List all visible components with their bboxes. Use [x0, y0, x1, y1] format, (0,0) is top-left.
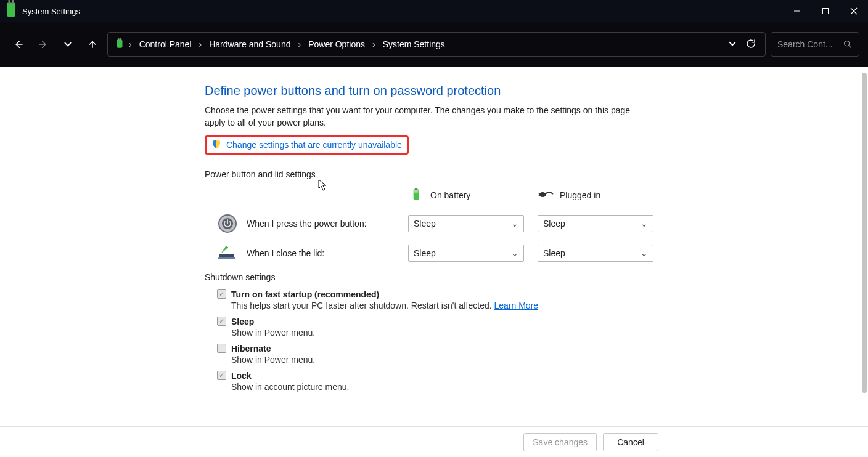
select-lid-battery[interactable]: Sleep⌄ [408, 245, 524, 262]
laptop-lid-icon [217, 243, 238, 264]
select-value: Sleep [543, 248, 565, 258]
cancel-button[interactable]: Cancel [603, 433, 658, 451]
chevron-right-icon: › [297, 39, 302, 49]
breadcrumb-item[interactable]: Control Panel [136, 37, 195, 52]
checkbox-sleep[interactable] [217, 317, 226, 326]
select-lid-plugged[interactable]: Sleep⌄ [538, 245, 653, 262]
select-power-plugged[interactable]: Sleep⌄ [538, 215, 653, 232]
section-label: Shutdown settings [205, 272, 275, 282]
address-bar[interactable]: › Control Panel › Hardware and Sound › P… [107, 32, 766, 57]
shutdown-item-lock: Lock Show in account picture menu. [217, 371, 647, 392]
content-area: Define power buttons and turn on passwor… [0, 67, 868, 426]
checkbox-hibernate[interactable] [217, 344, 226, 353]
chevron-right-icon: › [198, 39, 203, 49]
power-button-icon [217, 213, 238, 234]
section-power-button: Power button and lid settings [205, 169, 647, 179]
breadcrumb-item[interactable]: Power Options [305, 37, 369, 52]
divider [281, 277, 647, 277]
chevron-down-icon: ⌄ [511, 248, 518, 258]
item-description: Show in Power menu. [231, 328, 647, 338]
shutdown-item-hibernate: Hibernate Show in Power menu. [217, 344, 647, 365]
scrollbar[interactable] [862, 73, 867, 393]
change-unavailable-settings-link[interactable]: Change settings that are currently unava… [226, 140, 402, 150]
page-subtitle: Choose the power settings that you want … [205, 104, 636, 129]
refresh-button[interactable] [745, 38, 756, 51]
search-input[interactable]: Search Cont... [771, 32, 859, 57]
checkbox-label: Turn on fast startup (recommended) [231, 289, 379, 299]
recent-locations-button[interactable] [58, 34, 78, 54]
shutdown-item-fast-startup: Turn on fast startup (recommended) This … [217, 289, 647, 310]
svg-rect-0 [7, 3, 15, 17]
search-icon [843, 39, 853, 49]
column-label: On battery [430, 190, 470, 200]
maximize-button[interactable] [811, 0, 840, 22]
footer: Save changes Cancel [0, 426, 868, 457]
checkbox-fast-startup[interactable] [217, 289, 226, 299]
app-icon [0, 0, 22, 22]
section-shutdown: Shutdown settings [205, 272, 647, 282]
item-description: This helps start your PC faster after sh… [231, 301, 647, 310]
shield-icon [211, 139, 221, 151]
select-value: Sleep [414, 248, 436, 258]
row-press-power: When I press the power button: [217, 213, 402, 234]
chevron-right-icon: › [371, 39, 377, 49]
shutdown-item-sleep: Sleep Show in Power menu. [217, 317, 647, 338]
chevron-right-icon: › [128, 39, 133, 49]
checkbox-lock[interactable] [217, 371, 226, 380]
column-label: Plugged in [560, 190, 600, 200]
row-label-text: When I press the power button: [247, 219, 367, 228]
power-plan-icon [114, 38, 125, 51]
navbar: › Control Panel › Hardware and Sound › P… [0, 22, 868, 67]
checkbox-label: Sleep [231, 317, 254, 326]
save-button[interactable]: Save changes [523, 433, 597, 451]
svg-rect-23 [218, 257, 235, 259]
section-label: Power button and lid settings [205, 169, 316, 179]
chevron-down-icon: ⌄ [511, 219, 518, 228]
item-description: Show in Power menu. [231, 355, 647, 365]
svg-rect-4 [823, 9, 829, 14]
minimize-button[interactable] [783, 0, 811, 22]
forward-button[interactable] [33, 34, 53, 54]
svg-rect-11 [120, 38, 121, 40]
breadcrumb-item[interactable]: System Settings [379, 37, 449, 52]
select-value: Sleep [543, 219, 565, 228]
chevron-down-icon: ⌄ [641, 219, 648, 228]
learn-more-link[interactable]: Learn More [494, 301, 539, 310]
uac-link-highlight: Change settings that are currently unava… [205, 135, 409, 155]
svg-rect-9 [117, 39, 123, 48]
svg-rect-15 [415, 188, 417, 190]
checkbox-label: Lock [231, 371, 252, 381]
page-title: Define power buttons and turn on passwor… [205, 84, 647, 98]
svg-rect-10 [118, 38, 119, 40]
checkbox-label: Hibernate [231, 344, 271, 354]
titlebar: System Settings [0, 0, 868, 22]
svg-rect-1 [9, 0, 10, 4]
chevron-down-icon[interactable] [728, 39, 737, 50]
column-plugged-in: Plugged in [538, 187, 661, 204]
select-power-battery[interactable]: Sleep⌄ [408, 215, 524, 232]
svg-point-12 [845, 41, 850, 46]
breadcrumb-item[interactable]: Hardware and Sound [205, 37, 294, 52]
select-value: Sleep [414, 219, 436, 228]
svg-line-13 [849, 46, 851, 47]
divider [322, 174, 647, 174]
svg-rect-16 [414, 190, 419, 192]
up-button[interactable] [83, 34, 102, 54]
back-button[interactable] [9, 34, 28, 54]
close-button[interactable] [840, 0, 868, 22]
row-close-lid: When I close the lid: [217, 243, 402, 264]
column-on-battery: On battery [408, 187, 531, 204]
window-title: System Settings [22, 7, 783, 16]
chevron-down-icon: ⌄ [641, 248, 648, 258]
svg-rect-2 [12, 0, 14, 4]
plug-icon [538, 187, 554, 204]
search-placeholder: Search Cont... [777, 39, 843, 49]
row-label-text: When I close the lid: [247, 248, 324, 258]
battery-icon [408, 187, 424, 204]
item-description: Show in account picture menu. [231, 382, 647, 392]
